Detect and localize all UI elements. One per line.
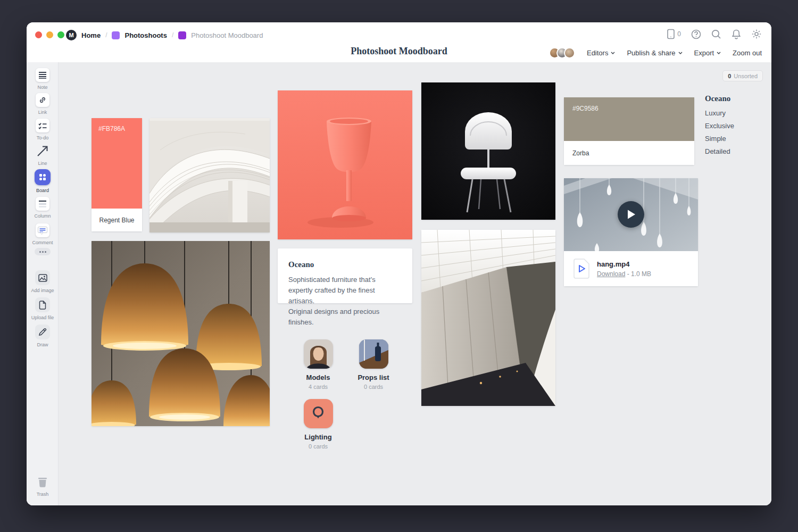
draw-pencil-icon <box>35 325 50 339</box>
more-tools-button[interactable] <box>27 248 59 255</box>
column-icon <box>36 197 49 211</box>
export-menu[interactable]: Export <box>694 49 721 57</box>
line-arrow-icon <box>36 144 49 158</box>
breadcrumb-current: Photoshoot Moodboard <box>191 31 263 39</box>
board-props-list[interactable]: Props list 0 cards <box>345 339 402 390</box>
breadcrumb-separator: / <box>172 31 173 39</box>
note-line: expertly crafted by the finest artisans. <box>288 285 402 306</box>
play-button[interactable] <box>618 201 644 228</box>
editors-menu[interactable]: Editors <box>587 49 615 57</box>
chair-image-card[interactable] <box>421 82 555 220</box>
board-name: Props list <box>358 373 389 381</box>
oceano-note-card[interactable]: Oceano Sophisticated furniture that's ex… <box>278 248 412 303</box>
tool-upload-file[interactable]: Upload file <box>27 297 59 320</box>
header: M Home / Photoshoots / Photoshoot Moodbo… <box>27 22 771 62</box>
keyword-item: Exclusive <box>705 122 769 130</box>
export-label: Export <box>694 49 714 57</box>
architecture-image <box>149 118 270 232</box>
tool-label: Board <box>36 188 49 193</box>
goblet-image-card[interactable] <box>278 90 412 239</box>
upload-file-icon <box>35 297 50 312</box>
chevron-down-icon <box>717 52 721 54</box>
search-icon[interactable] <box>711 29 721 39</box>
color-name: Regent Blue <box>92 209 142 231</box>
unsorted-label: Unsorted <box>734 73 758 79</box>
tool-label: Line <box>38 161 47 166</box>
tool-label: Link <box>38 110 47 115</box>
zoom-out-button[interactable]: Zoom out <box>733 49 762 57</box>
keyword-list-title: Oceano <box>705 94 769 103</box>
add-image-icon <box>35 270 50 285</box>
breadcrumb-home[interactable]: Home <box>81 31 101 39</box>
tool-link[interactable]: Link <box>27 93 59 115</box>
color-card-zorba[interactable]: #9C9586 Zorba <box>564 97 694 165</box>
minimize-window-button[interactable] <box>46 31 53 38</box>
keyword-item: Luxury <box>705 109 769 117</box>
breadcrumb-photoshoots[interactable]: Photoshoots <box>124 31 167 39</box>
tool-label: Comment <box>32 240 53 245</box>
trash-icon <box>36 475 49 489</box>
video-card[interactable]: hang.mp4 Download - 1.0 MB <box>564 178 698 286</box>
note-title: Oceano <box>288 260 402 269</box>
download-link[interactable]: Download <box>597 270 625 278</box>
app-logo[interactable]: M <box>66 30 77 40</box>
publish-share-menu[interactable]: Publish & share <box>627 49 682 57</box>
header-actions: Editors Publish & share Export Zoom out <box>549 47 762 59</box>
tool-line[interactable]: Line <box>27 144 59 166</box>
color-hex-label: #9C9586 <box>572 105 598 112</box>
video-file-size: 1.0 MB <box>631 270 651 278</box>
note-line: Sophisticated furniture that's <box>288 275 402 285</box>
tool-label: To-do <box>37 135 49 140</box>
link-icon <box>36 93 49 107</box>
help-icon[interactable] <box>691 29 701 39</box>
corridor-image-card[interactable] <box>421 230 555 406</box>
chair-image <box>421 82 555 220</box>
meta-separator: - <box>627 270 629 278</box>
architecture-image-card[interactable] <box>149 118 270 232</box>
settings-gear-icon[interactable] <box>751 29 762 39</box>
mobile-device-icon[interactable]: 0 <box>667 29 681 39</box>
tool-column[interactable]: Column <box>27 197 59 219</box>
notifications-bell-icon[interactable] <box>732 29 741 39</box>
board-lighting[interactable]: Lighting 0 cards <box>290 399 346 450</box>
tool-label: Add image <box>31 288 54 293</box>
breadcrumb: M Home / Photoshoots / Photoshoot Moodbo… <box>66 28 263 42</box>
keyword-item: Simple <box>705 135 769 143</box>
moodboard-board-icon <box>178 31 186 39</box>
chevron-down-icon <box>678 52 683 54</box>
color-swatch: #FB786A <box>92 118 142 209</box>
tool-add-image[interactable]: Add image <box>27 270 59 293</box>
tool-label: Column <box>34 213 51 219</box>
moodboard-canvas[interactable]: Note Link To-do Line Board <box>27 62 771 505</box>
note-line: Original designs and precious finishes. <box>288 306 402 328</box>
tool-draw[interactable]: Draw <box>27 325 59 347</box>
video-file-icon <box>572 258 591 279</box>
lamps-image <box>92 241 270 426</box>
tool-todo[interactable]: To-do <box>27 119 59 140</box>
play-icon <box>626 209 636 220</box>
tool-board[interactable]: Board <box>27 169 59 193</box>
breadcrumb-separator: / <box>105 31 107 39</box>
note-icon <box>36 68 49 82</box>
header-icons: 0 <box>667 29 762 39</box>
editors-label: Editors <box>587 49 608 57</box>
board-count: 0 cards <box>364 384 383 390</box>
lightbulb-icon <box>311 406 325 422</box>
lamps-image-card[interactable] <box>92 241 270 426</box>
board-count: 0 cards <box>309 443 328 450</box>
keyword-item: Detailed <box>705 147 769 155</box>
close-window-button[interactable] <box>35 31 42 38</box>
window-controls <box>35 31 64 38</box>
keyword-list[interactable]: Oceano Luxury Exclusive Simple Detailed <box>705 94 769 160</box>
tool-note[interactable]: Note <box>27 68 59 90</box>
board-models[interactable]: Models 4 cards <box>290 339 346 390</box>
goblet-image <box>278 90 412 239</box>
tool-comment[interactable]: Comment <box>27 223 59 245</box>
maximize-window-button[interactable] <box>57 31 64 38</box>
board-icon <box>35 169 51 185</box>
editor-avatars[interactable] <box>549 47 575 59</box>
tool-label: Note <box>37 85 47 90</box>
color-card-regent-blue[interactable]: #FB786A Regent Blue <box>92 118 142 231</box>
unsorted-badge[interactable]: 0 Unsorted <box>722 70 763 81</box>
tool-trash[interactable]: Trash <box>27 475 59 497</box>
